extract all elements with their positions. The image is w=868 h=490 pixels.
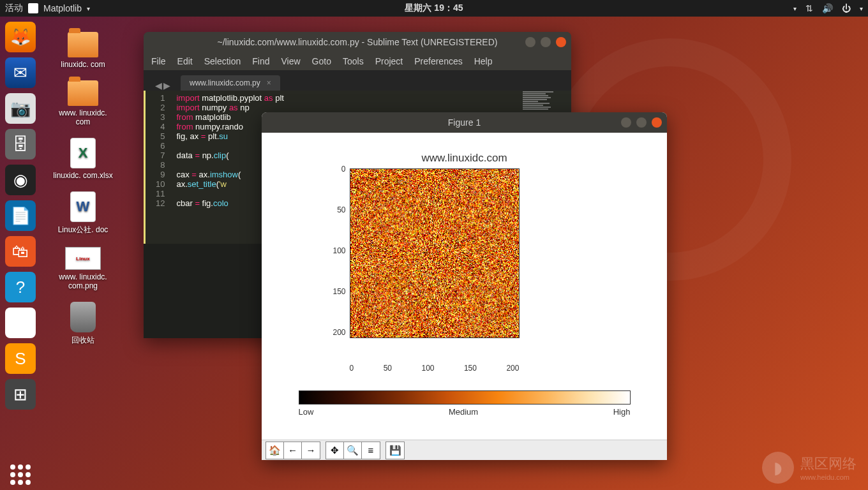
desktop-file-xlsx[interactable]: Xlinuxidc. com.xlsx (51, 138, 115, 180)
close-button[interactable] (652, 117, 662, 128)
tab-close-icon[interactable]: × (267, 78, 271, 87)
sublime-titlebar[interactable]: ~/linuxidc.com/www.linuxidc.com.py - Sub… (144, 32, 571, 52)
editor-tab-label: www.linuxidc.com.py (190, 78, 260, 87)
network-icon[interactable]: ⇅ (805, 3, 813, 13)
help-launcher[interactable]: ? (5, 272, 36, 302)
document-icon: W (70, 191, 96, 222)
menu-help[interactable]: Help (474, 56, 493, 66)
camera-launcher[interactable]: 📷 (5, 93, 36, 124)
forward-button[interactable]: → (302, 442, 320, 459)
sublime-launcher[interactable]: S (5, 343, 36, 374)
menu-edit[interactable]: Edit (177, 56, 193, 66)
input-source-icon[interactable]: ▾ (793, 5, 797, 12)
close-button[interactable] (556, 37, 566, 47)
system-menu-chevron-icon[interactable]: ▾ (860, 5, 863, 12)
launcher-dock: 🦊 ✉ 📷 🗄 ◉ 📄 🛍 ? a S ⊞ (0, 17, 41, 490)
save-button[interactable]: 💾 (386, 442, 404, 459)
matplotlib-toolbar: 🏠 ← → ✥ 🔍 ≡ 💾 (262, 440, 667, 460)
minimize-button[interactable] (621, 117, 631, 128)
editor-tab[interactable]: www.linuxidc.com.py× (181, 75, 280, 91)
app-menu-icon (28, 3, 38, 13)
top-panel: 活动 Matplotlib ▾ 星期六 19：45 ▾ ⇅ 🔊 ⏻ ▾ (0, 0, 868, 17)
maximize-button[interactable] (541, 37, 551, 47)
x-axis-ticks: 050100150200 (350, 364, 520, 373)
folder-icon (68, 80, 98, 106)
pan-button[interactable]: ✥ (326, 442, 344, 459)
heatmap-image (350, 168, 520, 338)
libreoffice-launcher[interactable]: 📄 (5, 200, 36, 231)
menu-preferences[interactable]: Preferences (414, 56, 462, 66)
software-launcher[interactable]: 🛍 (5, 236, 36, 267)
activities-button[interactable]: 活动 (5, 3, 23, 14)
screenshot-launcher[interactable]: ⊞ (5, 379, 36, 410)
firefox-launcher[interactable]: 🦊 (5, 22, 36, 52)
menu-selection[interactable]: Selection (204, 56, 241, 66)
figure-titlebar[interactable]: Figure 1 (262, 112, 667, 133)
tab-prev-icon[interactable]: ◀ (155, 80, 162, 91)
figure-window: Figure 1 www.linuxidc.com 050100150200 0… (262, 112, 667, 460)
line-gutter: 123456789101112 (144, 91, 171, 244)
colorbar-gradient (299, 390, 631, 405)
zoom-button[interactable]: 🔍 (344, 442, 362, 459)
power-icon[interactable]: ⏻ (842, 3, 851, 13)
desktop-icons: linuxidc. com www. linuxidc. com Xlinuxi… (51, 32, 115, 346)
minimize-button[interactable] (525, 37, 535, 47)
sublime-title: ~/linuxidc.com/www.linuxidc.com.py - Sub… (218, 37, 498, 47)
watermark: ◗ 黑区网络www.heidu.com (762, 452, 857, 484)
menu-goto[interactable]: Goto (312, 56, 331, 66)
figure-title: Figure 1 (448, 117, 481, 128)
image-icon: Linux (65, 247, 101, 270)
desktop-file-doc[interactable]: WLinux公社. doc (51, 191, 115, 235)
menu-project[interactable]: Project (375, 56, 403, 66)
maximize-button[interactable] (636, 117, 647, 128)
desktop-folder-linuxidc[interactable]: linuxidc. com (51, 32, 115, 69)
rhythmbox-launcher[interactable]: ◉ (5, 165, 36, 195)
thunderbird-launcher[interactable]: ✉ (5, 57, 36, 88)
show-apps-button[interactable] (5, 459, 36, 490)
tab-next-icon[interactable]: ▶ (163, 80, 170, 91)
colorbar-medium: Medium (449, 407, 478, 417)
folder-icon (68, 32, 98, 57)
desktop-folder-www-linuxidc[interactable]: www. linuxidc. com (51, 80, 115, 126)
app-menu-label[interactable]: Matplotlib (43, 3, 82, 13)
colorbar-low: Low (299, 407, 314, 417)
watermark-icon: ◗ (762, 452, 794, 484)
files-launcher[interactable]: 🗄 (5, 129, 36, 160)
menu-file[interactable]: File (151, 56, 166, 66)
spreadsheet-icon: X (70, 138, 96, 168)
colorbar: Low Medium High (299, 390, 631, 417)
plot-area: 050100150200 050100150200 (350, 168, 580, 360)
desktop-file-png[interactable]: Linuxwww. linuxidc. com.png (51, 247, 115, 290)
sublime-tabbar: ◀▶ www.linuxidc.com.py× (144, 70, 571, 91)
menu-find[interactable]: Find (252, 56, 269, 66)
desktop-trash[interactable]: 回收站 (51, 302, 115, 346)
back-button[interactable]: ← (284, 442, 302, 459)
amazon-launcher[interactable]: a (5, 308, 36, 338)
y-axis-ticks: 050100150200 (328, 165, 346, 337)
trash-icon (70, 302, 96, 332)
clock[interactable]: 星期六 19：45 (405, 3, 463, 14)
volume-icon[interactable]: 🔊 (822, 3, 833, 13)
configure-button[interactable]: ≡ (362, 442, 380, 459)
home-button[interactable]: 🏠 (266, 442, 284, 459)
plot-title: www.linuxidc.com (421, 152, 507, 165)
colorbar-high: High (613, 407, 631, 417)
menu-tools[interactable]: Tools (343, 56, 364, 66)
sublime-menubar: File Edit Selection Find View Goto Tools… (144, 52, 571, 70)
menu-view[interactable]: View (281, 56, 301, 66)
chevron-down-icon[interactable]: ▾ (87, 5, 90, 12)
figure-canvas: www.linuxidc.com 050100150200 0501001502… (262, 133, 667, 440)
